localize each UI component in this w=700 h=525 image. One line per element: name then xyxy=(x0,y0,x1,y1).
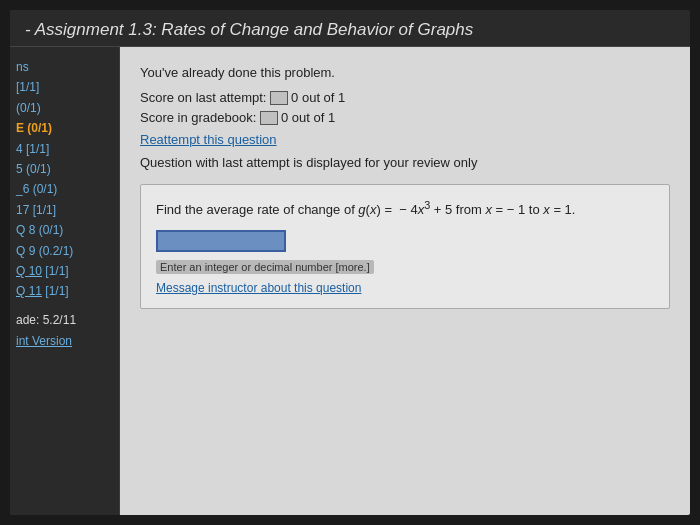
sidebar-item-6[interactable]: _6 (0/1) xyxy=(16,179,113,199)
sidebar-item-2[interactable]: (0/1) xyxy=(16,98,113,118)
title-prefix: - Assignment 1.3: Rates of Change and Be… xyxy=(25,20,418,39)
page-title: - Assignment 1.3: Rates of Change and Be… xyxy=(25,20,675,40)
sidebar-item-5[interactable]: 5 (0/1) xyxy=(16,159,113,179)
sidebar-item-ns[interactable]: ns xyxy=(16,57,113,77)
enter-hint: Enter an integer or decimal number [more… xyxy=(156,260,374,274)
title-bar: - Assignment 1.3: Rates of Change and Be… xyxy=(10,10,690,47)
already-done-text: You've already done this problem. xyxy=(140,65,670,80)
sidebar-item-e[interactable]: E (0/1) xyxy=(16,118,113,138)
sidebar: ns [1/1] (0/1) E (0/1) 4 [1/1] 5 (0/1) _… xyxy=(10,47,120,515)
main-content: You've already done this problem. Score … xyxy=(120,47,690,515)
score-last-row: Score on last attempt: 0 out of 1 xyxy=(140,90,670,105)
problem-text: Find the average rate of change of g(x) … xyxy=(156,197,654,220)
sidebar-item-q8[interactable]: Q 8 (0/1) xyxy=(16,220,113,240)
score-grade-box xyxy=(260,111,278,125)
score-last-label: Score on last attempt: xyxy=(140,90,266,105)
score-last-box xyxy=(270,91,288,105)
sidebar-item-7[interactable]: 17 [1/1] xyxy=(16,200,113,220)
score-last-value: 0 out of 1 xyxy=(291,90,345,105)
answer-input-box[interactable] xyxy=(156,230,286,252)
score-grade-label: Score in gradebook: xyxy=(140,110,256,125)
score-grade-row: Score in gradebook: 0 out of 1 xyxy=(140,110,670,125)
sidebar-item-q10[interactable]: Q 10 [1/1] xyxy=(16,261,113,281)
screen: - Assignment 1.3: Rates of Change and Be… xyxy=(10,10,690,515)
sidebar-item-4[interactable]: 4 [1/1] xyxy=(16,139,113,159)
review-notice: Question with last attempt is displayed … xyxy=(140,155,670,170)
sidebar-item-q11[interactable]: Q 11 [1/1] xyxy=(16,281,113,301)
reattempt-link[interactable]: Reattempt this question xyxy=(140,132,277,147)
sidebar-grade: ade: 5.2/11 xyxy=(16,310,113,330)
score-grade-value: 0 out of 1 xyxy=(281,110,335,125)
message-instructor-link[interactable]: Message instructor about this question xyxy=(156,281,361,295)
sidebar-item-q9[interactable]: Q 9 (0.2/1) xyxy=(16,241,113,261)
print-version-link[interactable]: int Version xyxy=(16,334,113,348)
sidebar-item-1[interactable]: [1/1] xyxy=(16,77,113,97)
problem-box: Find the average rate of change of g(x) … xyxy=(140,184,670,309)
content-area: ns [1/1] (0/1) E (0/1) 4 [1/1] 5 (0/1) _… xyxy=(10,47,690,515)
title-italic: Graphs xyxy=(418,20,474,39)
